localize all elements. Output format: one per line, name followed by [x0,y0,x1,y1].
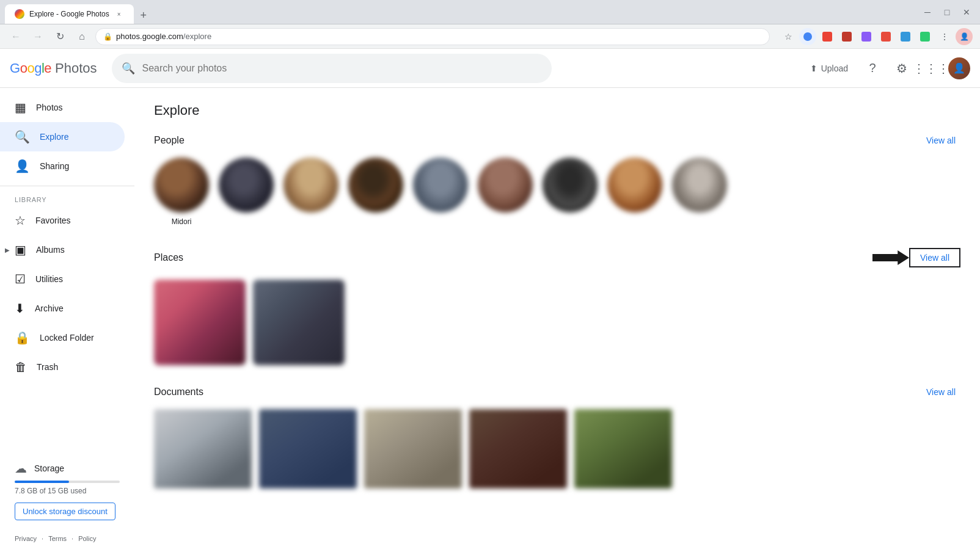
sidebar-item-trash[interactable]: 🗑 Trash [0,352,125,382]
extension-menu[interactable]: ⋮ [936,28,953,45]
sidebar-sharing-label: Sharing [40,161,69,171]
places-section-header: Places View all [154,245,960,270]
app-body: ▦ Photos 🔍 Explore 👤 Sharing LIBRARY ☆ F… [0,88,980,552]
extension-1[interactable] [799,28,816,45]
person-item-6[interactable] [478,158,533,217]
documents-section: Documents View all [154,385,960,488]
new-tab-button[interactable]: + [135,7,152,24]
sidebar-photos-label: Photos [36,103,63,112]
window-maximize-button[interactable]: □ [938,4,956,21]
document-item-4[interactable] [469,409,567,488]
sidebar-item-albums[interactable]: ▣ Albums ▶ [0,235,125,264]
search-bar[interactable]: 🔍 [112,54,552,83]
trash-icon: 🗑 [15,360,27,374]
sidebar-item-utilities[interactable]: ☑ Utilities [0,264,125,294]
documents-view-all-link[interactable]: View all [921,385,960,399]
places-view-all-container: View all [872,245,960,270]
person-item-7[interactable] [543,158,598,217]
privacy-link[interactable]: Privacy [15,535,37,542]
forward-button[interactable]: → [29,28,46,45]
footer-sep-1: · [42,535,43,542]
svg-rect-4 [881,32,891,42]
window-minimize-button[interactable]: ─ [919,4,936,21]
extension-6[interactable] [897,28,914,45]
documents-section-header: Documents View all [154,385,960,399]
bookmark-button[interactable]: ☆ [780,28,797,45]
person-item-5[interactable] [413,158,468,217]
address-bar[interactable]: 🔒 photos.google.com/explore [95,28,770,45]
logo-product-text: Photos [55,60,97,76]
sidebar-archive-label: Archive [35,303,64,313]
active-tab[interactable]: Explore - Google Photos × [5,4,134,24]
extension-3[interactable] [838,28,855,45]
sidebar-utilities-label: Utilities [35,274,63,284]
search-input[interactable] [142,63,542,74]
place-item-1[interactable] [154,280,246,365]
document-item-3[interactable] [364,409,462,488]
person-item-3[interactable] [283,158,338,217]
people-section-header: People View all [154,133,960,148]
extension-5[interactable] [877,28,894,45]
storage-header[interactable]: ☁ Storage [15,461,120,476]
documents-section-title: Documents [154,387,203,398]
apps-button[interactable]: ⋮⋮⋮ [919,56,943,81]
upload-label: Upload [821,64,848,73]
person-item-9[interactable] [672,158,727,217]
avatar[interactable]: 👤 [948,57,970,79]
places-view-all-link[interactable]: View all [909,248,960,267]
extension-2[interactable] [819,28,836,45]
extension-7[interactable] [916,28,934,45]
window-close-button[interactable]: ✕ [958,4,975,21]
profile-icon[interactable]: 👤 [956,28,973,45]
sidebar-item-archive[interactable]: ⬇ Archive [0,294,125,323]
person-avatar-6 [478,158,533,212]
settings-button[interactable]: ⚙ [890,56,914,81]
tab-list: Explore - Google Photos × + [5,0,152,24]
back-button[interactable]: ← [7,28,24,45]
extension-4[interactable] [858,28,875,45]
places-section: Places View all [154,245,960,365]
sidebar-item-explore[interactable]: 🔍 Explore [0,122,125,151]
locked-icon: 🔒 [15,330,30,345]
person-avatar-5 [413,158,468,212]
svg-rect-6 [920,32,930,42]
document-item-5[interactable] [574,409,672,488]
place-item-2[interactable] [253,280,345,365]
sidebar-item-photos[interactable]: ▦ Photos [0,93,125,122]
svg-rect-1 [822,32,832,42]
browser-nav-bar: ← → ↻ ⌂ 🔒 photos.google.com/explore ☆ [0,24,980,49]
person-avatar-4 [348,158,403,212]
archive-icon: ⬇ [15,301,25,316]
upload-button[interactable]: ⬆ Upload [803,57,855,79]
person-item-2[interactable] [219,158,274,217]
browser-toolbar: ☆ ⋮ 👤 [780,28,973,45]
places-row [154,280,960,365]
page-title: Explore [154,103,960,118]
tab-close-button[interactable]: × [114,9,124,19]
refresh-button[interactable]: ↻ [51,28,68,45]
document-item-2[interactable] [259,409,357,488]
sidebar-item-locked[interactable]: 🔒 Locked Folder [0,323,125,352]
storage-usage-text: 7.8 GB of 15 GB used [15,487,120,495]
person-item-4[interactable] [348,158,403,217]
unlock-storage-button[interactable]: Unlock storage discount [15,503,115,520]
svg-point-0 [803,32,812,41]
policy-link[interactable]: Policy [78,535,96,542]
help-button[interactable]: ? [860,56,885,81]
home-button[interactable]: ⌂ [73,28,90,45]
person-item-8[interactable] [607,158,662,217]
tab-favicon [15,9,24,19]
people-view-all-link[interactable]: View all [921,133,960,148]
person-item-midori[interactable]: Midori [154,158,209,226]
albums-expand-icon: ▶ [5,247,10,253]
person-avatar-9 [672,158,727,212]
document-item-1[interactable] [154,409,252,488]
search-icon: 🔍 [122,62,135,75]
google-photos-logo[interactable]: Google Photos [10,60,97,76]
sidebar-item-sharing[interactable]: 👤 Sharing [0,151,125,181]
people-row: Midori [154,158,960,226]
terms-link[interactable]: Terms [48,535,67,542]
app-header: Google Photos 🔍 ⬆ Upload ? ⚙ ⋮⋮⋮ 👤 [0,49,980,88]
sidebar-item-favorites[interactable]: ☆ Favorites [0,206,125,235]
main-content: Explore People View all Midori [134,88,980,552]
